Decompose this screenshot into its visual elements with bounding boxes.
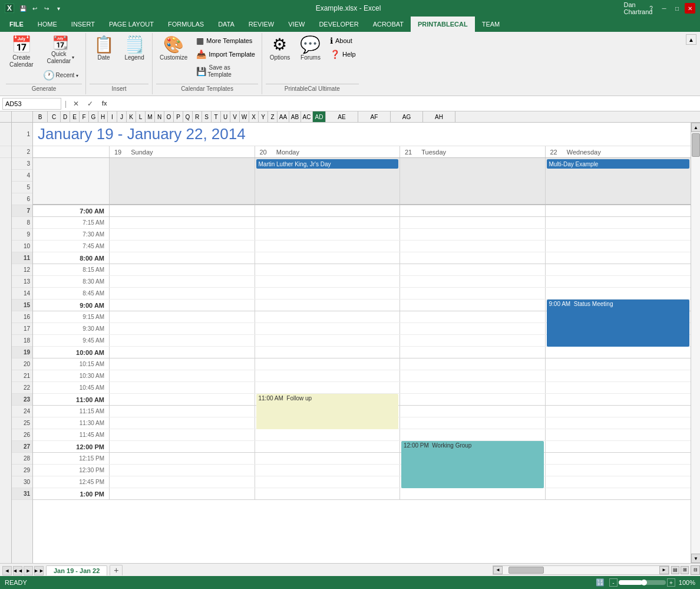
- time-1130-tue[interactable]: [400, 417, 546, 429]
- tab-page-layout[interactable]: PAGE LAYOUT: [102, 17, 161, 32]
- col-header-f[interactable]: F: [80, 111, 89, 122]
- col-header-u[interactable]: U: [221, 111, 230, 122]
- vertical-scrollbar[interactable]: ▲ ▼: [691, 123, 700, 563]
- scroll-up-btn[interactable]: ▲: [691, 123, 700, 132]
- options-button[interactable]: ⚙ Options: [266, 34, 294, 64]
- time-930-mon[interactable]: [255, 323, 401, 334]
- time-745-sun[interactable]: [110, 241, 255, 252]
- row-num-18[interactable]: 18: [12, 335, 32, 347]
- time-800-wed[interactable]: [546, 252, 691, 264]
- row-num-17[interactable]: 17: [12, 323, 32, 335]
- time-745-tue[interactable]: [400, 241, 546, 252]
- user-name[interactable]: Dan Chartrand: [633, 3, 643, 14]
- time-900-wed[interactable]: 9:00 AM Status Meeting: [546, 300, 691, 311]
- col-header-i[interactable]: I: [108, 111, 117, 122]
- row-num-15[interactable]: 15: [12, 300, 32, 311]
- col-header-t[interactable]: T: [212, 111, 221, 122]
- status-meeting-event[interactable]: 9:00 AM Status Meeting: [547, 300, 690, 347]
- customize-button[interactable]: 🎨 Customize: [156, 34, 191, 64]
- follow-up-event[interactable]: 11:00 AM Follow up: [256, 394, 399, 429]
- add-sheet-btn[interactable]: +: [110, 565, 123, 575]
- row-num-2[interactable]: 2: [12, 146, 32, 158]
- row-num-7[interactable]: 7: [12, 205, 32, 217]
- time-845-mon[interactable]: [255, 288, 401, 299]
- time-1245-wed[interactable]: [546, 476, 691, 488]
- time-730-wed[interactable]: [546, 229, 691, 240]
- time-1200-mon[interactable]: [255, 441, 401, 452]
- col-header-p[interactable]: P: [174, 111, 183, 122]
- h-scrollbar[interactable]: ◄ ►: [493, 565, 669, 575]
- redo-btn[interactable]: ↪: [41, 3, 52, 14]
- time-700-tue[interactable]: [400, 205, 546, 216]
- tab-team[interactable]: TEAM: [475, 17, 507, 32]
- time-1100-sun[interactable]: [110, 394, 255, 405]
- scroll-left-btn[interactable]: ◄: [493, 566, 503, 574]
- zoom-slider-thumb[interactable]: [641, 580, 647, 585]
- row-num-25[interactable]: 25: [12, 417, 32, 429]
- maximize-btn[interactable]: □: [672, 3, 682, 14]
- time-1030-mon[interactable]: [255, 370, 401, 381]
- time-1215-wed[interactable]: [546, 453, 691, 464]
- col-header-ab[interactable]: AB: [289, 111, 301, 122]
- view-layout-btn[interactable]: ⊞: [681, 566, 689, 574]
- save-btn[interactable]: 💾: [18, 3, 28, 14]
- time-815-sun[interactable]: [110, 264, 255, 275]
- time-900-sun[interactable]: [110, 300, 255, 311]
- collapse-ribbon-button[interactable]: ▲: [686, 34, 696, 45]
- time-700-wed[interactable]: [546, 205, 691, 216]
- col-header-s[interactable]: S: [202, 111, 212, 122]
- tab-printablecal[interactable]: PRINTABLECAL: [411, 17, 475, 32]
- time-815-mon[interactable]: [255, 264, 401, 275]
- scroll-down-btn[interactable]: ▼: [691, 554, 700, 563]
- about-button[interactable]: ℹ About: [327, 34, 359, 47]
- time-815-wed[interactable]: [546, 264, 691, 275]
- confirm-formula-btn[interactable]: ✓: [84, 98, 96, 110]
- row-num-27[interactable]: 27: [12, 441, 32, 453]
- time-1230-sun[interactable]: [110, 465, 255, 476]
- row-num-9[interactable]: 9: [12, 229, 32, 241]
- next-sheet-btn[interactable]: ►: [24, 566, 33, 575]
- col-header-ae[interactable]: AE: [326, 111, 358, 122]
- time-1000-wed[interactable]: [546, 347, 691, 358]
- multi-day-event[interactable]: Multi-Day Example: [547, 159, 690, 169]
- time-845-sun[interactable]: [110, 288, 255, 299]
- prev-sheets-btn[interactable]: ◄: [2, 566, 12, 575]
- col-header-g[interactable]: G: [89, 111, 98, 122]
- row-num-11[interactable]: 11: [12, 252, 32, 264]
- col-header-x[interactable]: X: [249, 111, 259, 122]
- time-815-tue[interactable]: [400, 264, 546, 275]
- tab-insert[interactable]: INSERT: [64, 17, 102, 32]
- col-header-o[interactable]: O: [164, 111, 174, 122]
- time-1015-tue[interactable]: [400, 358, 546, 370]
- time-1145-wed[interactable]: [546, 429, 691, 440]
- time-1215-mon[interactable]: [255, 453, 401, 464]
- col-header-c[interactable]: C: [48, 111, 61, 122]
- time-745-mon[interactable]: [255, 241, 401, 252]
- col-header-l[interactable]: L: [136, 111, 146, 122]
- col-header-y[interactable]: Y: [259, 111, 268, 122]
- time-1230-mon[interactable]: [255, 465, 401, 476]
- scroll-right-btn[interactable]: ►: [659, 566, 669, 574]
- formula-input[interactable]: [113, 100, 698, 107]
- row-num-12[interactable]: 12: [12, 264, 32, 276]
- insert-function-btn[interactable]: fx: [98, 98, 110, 110]
- row-num-14[interactable]: 14: [12, 288, 32, 300]
- help-icon[interactable]: ?: [646, 3, 656, 14]
- time-1115-sun[interactable]: [110, 406, 255, 417]
- minimize-btn[interactable]: ─: [659, 3, 669, 14]
- col-header-b[interactable]: B: [33, 111, 48, 122]
- time-915-mon[interactable]: [255, 311, 401, 323]
- working-group-event[interactable]: 12:00 PM Working Group: [401, 441, 544, 488]
- time-800-tue[interactable]: [400, 252, 546, 264]
- row-num-13[interactable]: 13: [12, 276, 32, 288]
- time-1200-tue[interactable]: 12:00 PM Working Group: [400, 441, 546, 452]
- recent-button[interactable]: 🕐 Recent ▾: [39, 68, 82, 83]
- save-as-template-button[interactable]: 💾 Save asTemplate: [193, 62, 258, 80]
- col-header-r[interactable]: R: [193, 111, 202, 122]
- time-1215-sun[interactable]: [110, 453, 255, 464]
- time-1145-tue[interactable]: [400, 429, 546, 440]
- time-700-mon[interactable]: [255, 205, 401, 216]
- date-button[interactable]: 📋 Date: [90, 34, 118, 64]
- time-1000-mon[interactable]: [255, 347, 401, 358]
- row-num-30[interactable]: 30: [12, 476, 32, 488]
